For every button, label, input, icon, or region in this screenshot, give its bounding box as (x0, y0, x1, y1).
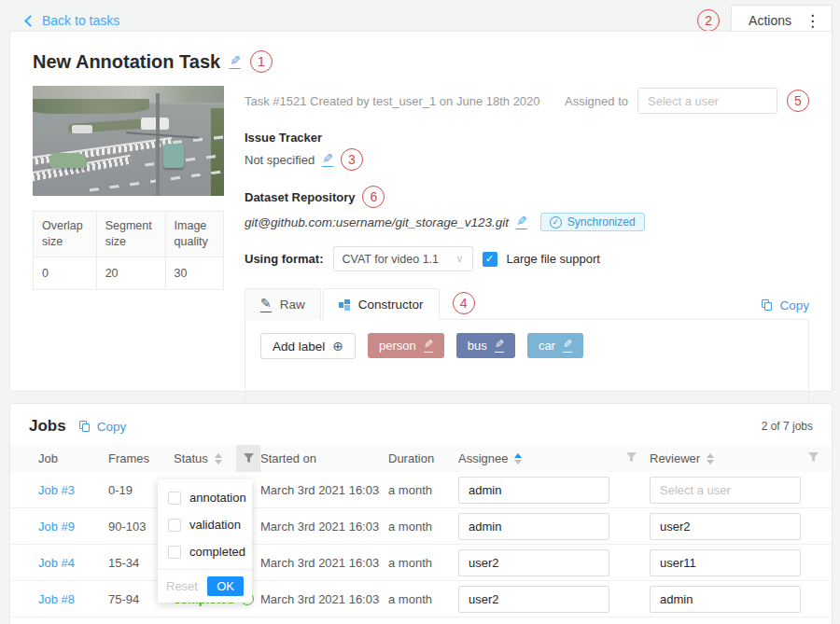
job-duration: a month (388, 556, 458, 570)
large-file-checkbox[interactable]: ✓ (483, 252, 497, 267)
param-value-segment: 20 (96, 257, 165, 289)
add-label-text: Add label (273, 340, 325, 354)
param-header-segment: Segment size (96, 212, 165, 257)
actions-label: Actions (749, 13, 791, 28)
filter-option-completed[interactable]: completed (158, 538, 252, 565)
more-vertical-icon: ⋮ (805, 13, 820, 29)
add-label-button[interactable]: Add label ⊕ (260, 333, 356, 359)
job-started: March 3rd 2021 16:03 (260, 483, 388, 497)
label-chip-person-name: person (379, 339, 416, 353)
assignee-input[interactable] (458, 549, 609, 576)
job-duration: a month (388, 592, 458, 606)
dataset-repo-url[interactable]: git@github.com:username/git_storage_v123… (245, 215, 509, 229)
label-chip-car-name: car (539, 339, 555, 353)
param-header-overlap: Overlap size (34, 212, 97, 257)
page-title: New Annotation Task (33, 51, 220, 73)
assignee-input[interactable] (458, 513, 609, 540)
col-job: Job (10, 451, 108, 465)
job-link[interactable]: Job #8 (38, 592, 75, 606)
checkbox-completed[interactable] (168, 546, 181, 559)
copy-jobs-button[interactable]: Copy (79, 420, 127, 434)
jobs-count: 2 of 7 jobs (762, 420, 813, 433)
job-row-8: Job #8 75-94 completed ? March 3rd 2021 … (10, 581, 832, 617)
filter-reset-button[interactable]: Reset (166, 579, 198, 593)
sort-icon-status[interactable] (215, 453, 222, 465)
col-frames: Frames (108, 451, 174, 465)
param-value-overlap: 0 (34, 257, 97, 289)
edit-repo-icon[interactable]: ✎ (516, 215, 527, 229)
label-chip-car[interactable]: car ✎ (527, 333, 583, 358)
tab-constructor-label: Constructor (358, 298, 424, 312)
tab-raw[interactable]: ✎ Raw (245, 288, 321, 320)
edit-title-icon[interactable]: ✎ (230, 54, 241, 69)
format-select[interactable]: CVAT for video 1.1 ∨ (333, 246, 473, 271)
job-link[interactable]: Job #4 (38, 556, 75, 570)
copy-icon (79, 421, 91, 433)
sort-icon-assignee[interactable] (514, 453, 522, 465)
job-started: March 3rd 2021 16:03 (260, 556, 388, 570)
filter-icon-status[interactable] (236, 445, 260, 472)
filter-ok-button[interactable]: OK (207, 576, 244, 596)
filter-option-annotation[interactable]: annotation (158, 484, 252, 511)
label-chip-person[interactable]: person ✎ (368, 333, 444, 358)
status-filter-dropdown: annotation validation completed Reset OK (158, 479, 252, 603)
plus-circle-icon: ⊕ (332, 339, 343, 354)
sort-icon-reviewer[interactable] (707, 453, 714, 465)
job-link[interactable]: Job #3 (38, 483, 75, 497)
using-format-label: Using format: (245, 252, 324, 266)
edit-label-icon[interactable]: ✎ (495, 339, 504, 352)
copy-icon (762, 299, 773, 312)
format-select-value: CVAT for video 1.1 (343, 253, 440, 266)
label-chip-bus[interactable]: bus ✎ (456, 333, 515, 358)
edit-issue-tracker-icon[interactable]: ✎ (322, 152, 333, 167)
task-meta-text: Task #1521 Created by test_user_1 on Jun… (245, 94, 540, 108)
col-assignee[interactable]: Assignee (458, 451, 650, 465)
job-duration: a month (388, 483, 458, 497)
job-row-4: Job #4 15-34 March 3rd 2021 16:03 a mont… (10, 545, 832, 581)
param-value-quality: 30 (165, 257, 223, 289)
callout-1: 1 (250, 50, 273, 73)
job-link[interactable]: Job #9 (38, 520, 75, 534)
filter-icon-reviewer[interactable] (808, 451, 819, 465)
col-duration: Duration (388, 451, 458, 465)
job-row-3: Job #3 0-19 March 3rd 2021 16:03 a month (10, 472, 832, 508)
job-duration: a month (388, 520, 458, 534)
col-reviewer[interactable]: Reviewer (650, 451, 832, 465)
tab-raw-label: Raw (280, 298, 305, 312)
assignee-input[interactable] (458, 477, 609, 504)
jobs-table-header: Job Frames Status Started on Duration As… (10, 445, 832, 472)
task-params-table: Overlap size Segment size Image quality … (33, 211, 224, 290)
blocks-icon (339, 299, 350, 311)
reviewer-input[interactable] (650, 513, 801, 540)
check-circle-icon: ✓ (550, 216, 562, 229)
sync-badge-label: Synchronized (567, 215, 636, 229)
callout-3: 3 (341, 148, 363, 171)
jobs-card: Jobs Copy 2 of 7 jobs Job Frames Status … (9, 403, 833, 624)
task-preview-image (33, 86, 224, 196)
checkbox-validation[interactable] (168, 519, 181, 532)
checkbox-annotation[interactable] (168, 492, 181, 505)
edit-label-icon[interactable]: ✎ (424, 339, 433, 352)
col-started-on: Started on (260, 451, 388, 465)
copy-labels-button[interactable]: Copy (762, 298, 809, 312)
callout-6: 6 (362, 186, 385, 208)
copy-jobs-label: Copy (97, 420, 127, 434)
assignee-input[interactable] (458, 586, 609, 613)
edit-label-icon[interactable]: ✎ (563, 339, 572, 352)
assigned-to-label: Assigned to (565, 94, 628, 108)
reviewer-input[interactable] (650, 586, 801, 613)
param-header-quality: Image quality (165, 212, 223, 257)
callout-4: 4 (453, 292, 475, 314)
job-row-9: Job #9 90-103 March 3rd 2021 16:03 a mon… (10, 508, 832, 545)
tab-constructor[interactable]: Constructor (323, 288, 440, 320)
copy-labels-label: Copy (779, 298, 809, 312)
filter-option-validation[interactable]: validation (158, 511, 252, 538)
filter-icon-assignee[interactable] (626, 451, 637, 465)
issue-tracker-label: Issue Tracker (245, 131, 809, 145)
assigned-to-input[interactable] (637, 88, 777, 114)
reviewer-input[interactable] (650, 549, 801, 576)
back-to-tasks-link[interactable]: Back to tasks (26, 13, 119, 28)
pencil-icon: ✎ (260, 297, 272, 312)
reviewer-input[interactable] (650, 477, 801, 504)
col-status[interactable]: Status (174, 445, 260, 472)
